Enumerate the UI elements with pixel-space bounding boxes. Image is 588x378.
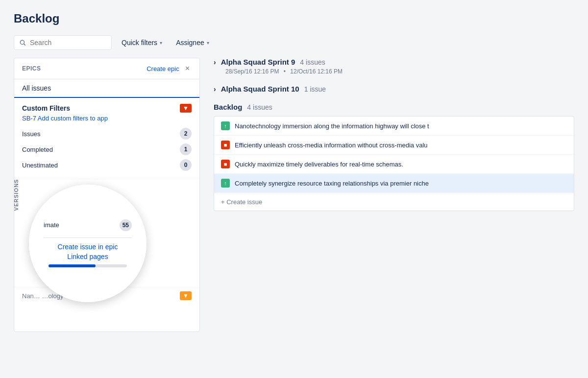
issue-icon-red: ■: [221, 160, 230, 168]
custom-filters-section: Custom Filters ▼ SB-7 Add custom filters…: [14, 98, 199, 179]
assignee-chevron-icon: ▾: [207, 40, 209, 46]
sprint-10-count: 1 issue: [304, 85, 326, 93]
custom-filters-title: Custom Filters: [22, 104, 70, 112]
all-issues-row[interactable]: All issues: [14, 79, 199, 98]
main-content: VERSIONS EPICS Create epic × All issues …: [14, 58, 574, 332]
sprint-10-name: Alpha Squad Sprint 10: [221, 85, 299, 93]
quick-filters-label: Quick filters: [122, 39, 157, 47]
issue-icon-green: ↑: [221, 179, 230, 188]
issue-text: Nanotechnology immersion along the infor…: [235, 122, 429, 130]
issue-list: ↑ Nanotechnology immersion along the inf…: [214, 116, 574, 211]
issue-text: Efficiently unleash cross-media informat…: [235, 142, 428, 149]
sprint-9-header[interactable]: › Alpha Squad Sprint 9 4 issues: [214, 58, 574, 66]
stat-row-completed: Completed 1: [22, 142, 192, 157]
sprint-9-count: 4 issues: [300, 58, 325, 66]
versions-tab[interactable]: VERSIONS: [13, 179, 19, 211]
backlog-content: › Alpha Squad Sprint 9 4 issues 28/Sep/1…: [200, 58, 574, 211]
sidebar: VERSIONS EPICS Create epic × All issues …: [14, 58, 200, 332]
create-issue-in-epic-link[interactable]: Create issue in epic: [44, 243, 132, 251]
toolbar: Quick filters ▾ Assignee ▾: [14, 35, 574, 50]
issue-icon-green: ↑: [221, 121, 230, 130]
page-title: Backlog: [14, 12, 574, 25]
create-issue-label: + Create issue: [221, 198, 262, 206]
sprint-9-chevron-icon: ›: [214, 58, 216, 66]
issue-row[interactable]: ■ Quickly maximize timely deliverables f…: [214, 155, 574, 174]
sprint-section-9: › Alpha Squad Sprint 9 4 issues 28/Sep/1…: [214, 58, 574, 75]
search-input[interactable]: [30, 39, 106, 47]
issue-text: Quickly maximize timely deliverables for…: [235, 161, 403, 168]
sprint-10-chevron-icon: ›: [214, 85, 216, 93]
issue-row-highlighted[interactable]: ↑ Completely synergize resource taxing r…: [214, 174, 574, 193]
backlog-label: Backlog: [214, 103, 242, 111]
sprint-section-10: › Alpha Squad Sprint 10 1 issue: [214, 85, 574, 93]
assignee-label: Assignee: [176, 39, 204, 47]
popup-circle: imate 55 Create issue in epic Linked pag…: [29, 185, 147, 302]
sprint-9-dates: 28/Sep/16 12:16 PM • 12/Oct/16 12:16 PM: [225, 68, 574, 75]
custom-filters-link[interactable]: SB-7 Add custom filters to app: [22, 115, 192, 122]
issue-icon-red: ■: [221, 141, 230, 149]
issue-text: Completely synergize resource taxing rel…: [235, 180, 429, 187]
close-sidebar-button[interactable]: ×: [183, 64, 192, 73]
custom-filters-dropdown[interactable]: ▼: [180, 104, 192, 113]
stat-row-unestimated: Unestimated 0: [22, 157, 192, 173]
quick-filters-button[interactable]: Quick filters ▾: [118, 36, 166, 49]
progress-bar: [49, 264, 127, 267]
nano-dropdown[interactable]: ▼: [180, 291, 192, 300]
sidebar-header: EPICS Create epic ×: [14, 58, 199, 79]
sprint-9-name: Alpha Squad Sprint 9: [221, 58, 295, 66]
assignee-button[interactable]: Assignee ▾: [172, 36, 213, 49]
search-box[interactable]: [14, 35, 112, 50]
create-epic-link[interactable]: Create epic: [147, 65, 179, 72]
epics-title: EPICS: [22, 65, 143, 72]
svg-point-0: [20, 40, 24, 44]
issue-row[interactable]: ■ Efficiently unleash cross-media inform…: [214, 136, 574, 155]
quick-filters-chevron-icon: ▾: [160, 40, 162, 46]
create-issue-row[interactable]: + Create issue: [214, 193, 574, 211]
progress-fill: [49, 264, 96, 267]
backlog-count: 4 issues: [247, 103, 272, 111]
linked-pages-link[interactable]: Linked pages: [44, 253, 132, 260]
stat-row-issues: Issues 2: [22, 126, 192, 142]
search-icon: [19, 39, 26, 46]
sprint-10-header[interactable]: › Alpha Squad Sprint 10 1 issue: [214, 85, 574, 93]
popup-stat-row-estimate: imate 55: [44, 218, 132, 233]
issue-row[interactable]: ↑ Nanotechnology immersion along the inf…: [214, 117, 574, 136]
backlog-header: Backlog 4 issues: [214, 103, 574, 111]
svg-line-1: [24, 44, 25, 46]
